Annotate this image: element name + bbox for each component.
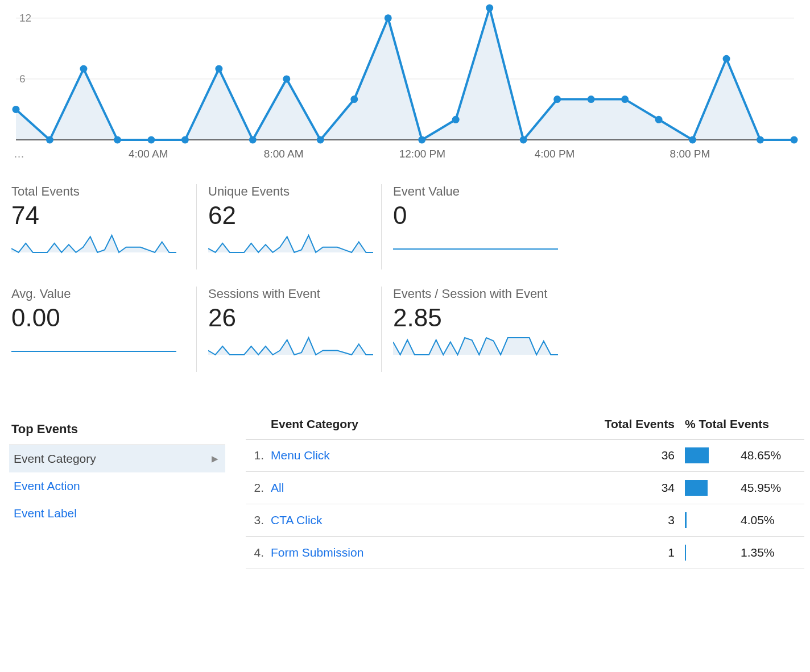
xtick-label: 12:00 PM xyxy=(399,148,445,160)
stat-value: 26 xyxy=(208,304,371,332)
pct-bar xyxy=(685,545,734,561)
total-events-cell: 3 xyxy=(595,513,675,527)
total-events-cell: 36 xyxy=(595,449,675,462)
svg-point-18 xyxy=(520,136,527,144)
pct-bar xyxy=(685,512,734,528)
sidebar-item[interactable]: Event Category▶ xyxy=(9,445,225,472)
svg-point-3 xyxy=(13,106,20,113)
table-row: 1.Menu Click3648.65% xyxy=(246,439,804,472)
ytick-label: 12 xyxy=(19,12,31,24)
event-category-link[interactable]: CTA Click xyxy=(271,513,595,527)
pct-cell: 4.05% xyxy=(675,512,804,528)
svg-point-11 xyxy=(283,75,290,82)
row-index: 2. xyxy=(246,481,271,495)
th-category: Event Category xyxy=(271,417,595,431)
total-events-cell: 1 xyxy=(595,546,675,559)
stat-label: Avg. Value xyxy=(11,287,186,301)
event-category-link[interactable]: Menu Click xyxy=(271,449,595,462)
svg-point-25 xyxy=(757,136,764,144)
event-category-link[interactable]: All xyxy=(271,481,595,495)
sidebar-item-label: Event Label xyxy=(14,507,77,520)
row-index: 4. xyxy=(246,546,271,559)
stat-card[interactable]: Unique Events62 xyxy=(196,184,381,269)
pct-bar xyxy=(685,480,734,496)
xtick-ellipsis: … xyxy=(14,148,24,160)
stat-label: Sessions with Event xyxy=(208,287,371,301)
stat-label: Events / Session with Event xyxy=(393,287,556,301)
xtick-label: 8:00 AM xyxy=(264,148,304,160)
svg-point-16 xyxy=(452,116,460,123)
th-total-events: Total Events xyxy=(595,417,675,431)
svg-point-9 xyxy=(215,65,222,73)
stat-value: 62 xyxy=(208,201,371,230)
svg-point-13 xyxy=(350,96,358,103)
svg-point-23 xyxy=(689,136,696,144)
stat-card[interactable]: Sessions with Event26 xyxy=(196,287,381,372)
svg-point-17 xyxy=(486,5,493,12)
sparkline xyxy=(208,335,373,356)
svg-point-12 xyxy=(317,136,324,144)
stat-value: 0 xyxy=(393,201,556,230)
top-events-sidebar: Top Events Event Category▶Event ActionEv… xyxy=(9,417,225,569)
sparkline xyxy=(208,233,373,254)
sparkline xyxy=(11,233,176,254)
svg-point-8 xyxy=(181,136,189,144)
sidebar-item-label: Event Category xyxy=(14,452,96,466)
pct-cell: 1.35% xyxy=(675,545,804,561)
pct-cell: 48.65% xyxy=(675,447,804,463)
table-row: 2.All3445.95% xyxy=(246,472,804,504)
pct-label: 45.95% xyxy=(741,481,781,495)
stat-label: Total Events xyxy=(11,184,186,199)
pct-label: 4.05% xyxy=(741,513,775,527)
pct-cell: 45.95% xyxy=(675,480,804,496)
event-category-link[interactable]: Form Submission xyxy=(271,546,595,559)
svg-point-7 xyxy=(147,136,155,144)
stat-cards: Total Events74Unique Events62Event Value… xyxy=(0,171,810,378)
sparkline xyxy=(393,335,558,356)
svg-point-10 xyxy=(249,136,257,144)
svg-point-21 xyxy=(621,96,629,103)
table-row: 3.CTA Click34.05% xyxy=(246,504,804,537)
stat-value: 2.85 xyxy=(393,304,556,332)
svg-point-15 xyxy=(418,136,425,144)
svg-point-14 xyxy=(385,14,392,22)
event-category-table: Event Category Total Events % Total Even… xyxy=(225,417,810,569)
svg-point-6 xyxy=(114,136,121,144)
sidebar-item[interactable]: Event Action xyxy=(9,472,225,500)
stat-label: Event Value xyxy=(393,184,556,199)
stat-card[interactable]: Event Value0 xyxy=(381,184,566,269)
svg-point-19 xyxy=(553,96,561,103)
row-index: 1. xyxy=(246,449,271,462)
svg-point-5 xyxy=(80,65,87,73)
svg-point-26 xyxy=(791,136,798,144)
sidebar-item[interactable]: Event Label xyxy=(9,500,225,527)
stat-label: Unique Events xyxy=(208,184,371,199)
table-row: 4.Form Submission11.35% xyxy=(246,537,804,569)
main-line-chart: … 6124:00 AM8:00 AM12:00 PM4:00 PM8:00 P… xyxy=(0,0,810,171)
xtick-label: 4:00 PM xyxy=(535,148,575,160)
row-index: 3. xyxy=(246,513,271,527)
pct-label: 48.65% xyxy=(741,449,781,462)
sparkline xyxy=(11,335,176,356)
svg-point-24 xyxy=(723,55,730,63)
chevron-right-icon: ▶ xyxy=(212,454,218,464)
pct-bar xyxy=(685,447,734,463)
total-events-cell: 34 xyxy=(595,481,675,495)
stat-value: 0.00 xyxy=(11,304,186,332)
sidebar-title: Top Events xyxy=(9,417,225,445)
stat-card[interactable]: Total Events74 xyxy=(11,184,196,269)
pct-label: 1.35% xyxy=(741,546,775,559)
th-pct-total-events: % Total Events xyxy=(675,417,804,431)
stat-card[interactable]: Events / Session with Event2.85 xyxy=(381,287,566,372)
th-index xyxy=(246,417,271,431)
svg-point-22 xyxy=(655,116,663,123)
svg-point-20 xyxy=(588,96,595,103)
stat-card[interactable]: Avg. Value0.00 xyxy=(11,287,196,372)
svg-point-4 xyxy=(46,136,53,144)
sidebar-item-label: Event Action xyxy=(14,479,80,493)
xtick-label: 4:00 AM xyxy=(129,148,168,160)
ytick-label: 6 xyxy=(19,73,26,85)
sparkline xyxy=(393,233,558,254)
xtick-label: 8:00 PM xyxy=(670,148,710,160)
stat-value: 74 xyxy=(11,201,186,230)
